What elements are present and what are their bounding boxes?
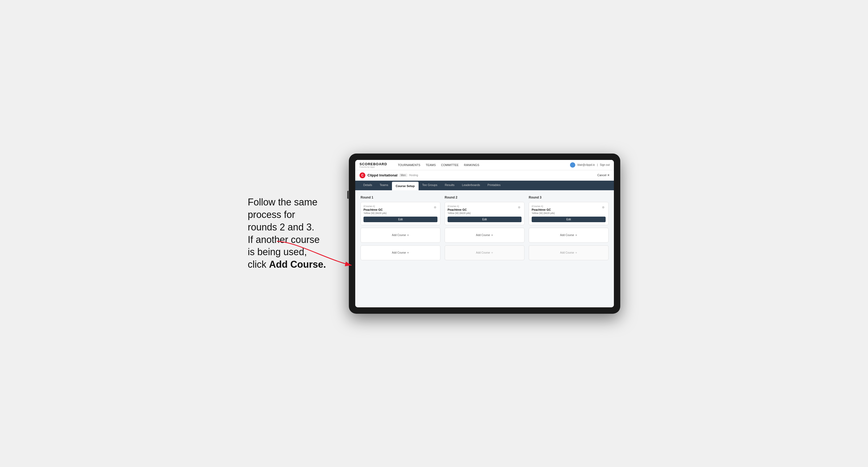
round-1-course-card: (Course A) Peachtree GC Yellow (M) (6629… [361,202,440,225]
add-course-r2-slot1[interactable]: Add Course + [445,228,524,243]
user-email: blair@clippd.io [578,163,595,166]
tab-tee-groups[interactable]: Tee Groups [418,181,441,190]
tab-leaderboards[interactable]: Leaderboards [458,181,484,190]
tab-teams[interactable]: Teams [376,181,392,190]
round-1-column: Round 1 (Course A) Peachtree GC Yellow (… [361,195,440,263]
nav-right: blair@clippd.io | Sign out [570,162,610,168]
tab-bar: Details Teams Course Setup Tee Groups Re… [355,181,614,190]
course-details-r2: Yellow (M) (6629 yds) [447,212,517,215]
add-course-label-r2-2: Add Course + [476,251,493,255]
course-name-r2: Peachtree GC [447,208,517,211]
card-header-row-r2: (Course A) Peachtree GC Yellow (M) (6629… [447,205,522,217]
nav-separator: | [597,163,598,166]
card-header-row: (Course A) Peachtree GC Yellow (M) (6629… [364,205,437,217]
round-1-title: Round 1 [361,195,440,199]
edit-button-r3[interactable]: Edit [532,217,606,222]
delete-icon-r3[interactable]: ⊗ [601,205,606,210]
side-button [347,191,349,199]
course-name-r1: Peachtree GC [364,208,433,211]
tab-results[interactable]: Results [441,181,458,190]
round-2-title: Round 2 [445,195,524,199]
sub-header: C Clippd Invitational Men Hosting Cancel… [355,170,614,181]
nav-teams[interactable]: TEAMS [426,163,436,166]
round-2-column: Round 2 (Course A) Peachtree GC Yellow (… [445,195,524,263]
round-3-title: Round 3 [529,195,609,199]
add-course-label-r2-1: Add Course + [476,233,493,237]
card-info-r2: (Course A) Peachtree GC Yellow (M) (6629… [447,205,517,217]
course-label-r1: (Course A) [364,205,433,208]
round-3-column: Round 3 (Course A) Peachtree GC Yellow (… [529,195,609,263]
course-details-r3: Yellow (M) (6629 yds) [532,212,601,215]
plus-icon-r3-2: + [575,251,578,255]
powered-by: Powered by clippd [360,166,387,168]
round-2-course-card: (Course A) Peachtree GC Yellow (M) (6629… [445,202,524,225]
add-course-r3-slot1[interactable]: Add Course + [529,228,609,243]
nav-links: TOURNAMENTS TEAMS COMMITTEE RANKINGS [398,163,564,166]
nav-committee[interactable]: COMMITTEE [441,163,459,166]
add-course-label-r1-1: Add Course + [392,233,409,237]
delete-icon-r1[interactable]: ⊗ [433,205,437,210]
hosting-label: Hosting [409,174,418,177]
page-wrapper: Follow the same process for rounds 2 and… [248,154,620,314]
tournament-badge: Men [399,174,407,177]
cancel-button[interactable]: Cancel ✕ [597,174,610,177]
tablet-screen: SCOREBOARD Powered by clippd TOURNAMENTS… [355,160,614,307]
logo-area: SCOREBOARD Powered by clippd [360,162,387,168]
add-course-r1-slot1[interactable]: Add Course + [361,228,440,243]
course-label-r3: (Course A) [532,205,601,208]
tab-details[interactable]: Details [360,181,376,190]
add-course-label-r3-2: Add Course + [560,251,577,255]
add-course-r1-slot2[interactable]: Add Course + [361,245,440,260]
instruction-text: Follow the same process for rounds 2 and… [248,196,333,271]
plus-icon-r1-2: + [407,251,409,255]
nav-tournaments[interactable]: TOURNAMENTS [398,163,421,166]
tournament-logo-icon: C [360,173,365,178]
rounds-grid: Round 1 (Course A) Peachtree GC Yellow (… [361,195,609,263]
course-name-r3: Peachtree GC [532,208,601,211]
card-header-row-r3: (Course A) Peachtree GC Yellow (M) (6629… [532,205,606,217]
main-content: Round 1 (Course A) Peachtree GC Yellow (… [355,190,614,307]
sign-out-link[interactable]: Sign out [600,163,610,166]
plus-icon-r2-2: + [491,251,493,255]
tablet-device: SCOREBOARD Powered by clippd TOURNAMENTS… [349,154,620,314]
card-info: (Course A) Peachtree GC Yellow (M) (6629… [364,205,433,217]
delete-icon-r2[interactable]: ⊗ [517,205,522,210]
card-info-r3: (Course A) Peachtree GC Yellow (M) (6629… [532,205,601,217]
add-course-r2-slot2: Add Course + [445,245,524,260]
nav-rankings[interactable]: RANKINGS [464,163,479,166]
add-course-label-r3-1: Add Course + [560,233,577,237]
top-navigation: SCOREBOARD Powered by clippd TOURNAMENTS… [355,160,614,170]
add-course-r3-slot2: Add Course + [529,245,609,260]
add-course-label-r1-2: Add Course + [392,251,409,255]
edit-button-r1[interactable]: Edit [364,217,437,222]
course-details-r1: Yellow (M) (6629 yds) [364,212,433,215]
tournament-name: Clippd Invitational [368,173,398,177]
plus-icon-r1-1: + [407,233,409,237]
round-3-course-card: (Course A) Peachtree GC Yellow (M) (6629… [529,202,609,225]
course-label-r2: (Course A) [447,205,517,208]
user-avatar [570,162,575,168]
edit-button-r2[interactable]: Edit [447,217,522,222]
plus-icon-r3-1: + [575,233,578,237]
scoreboard-logo: SCOREBOARD [360,162,387,166]
tab-printables[interactable]: Printables [484,181,504,190]
plus-icon-r2-1: + [491,233,493,237]
tab-course-setup[interactable]: Course Setup [392,182,418,190]
